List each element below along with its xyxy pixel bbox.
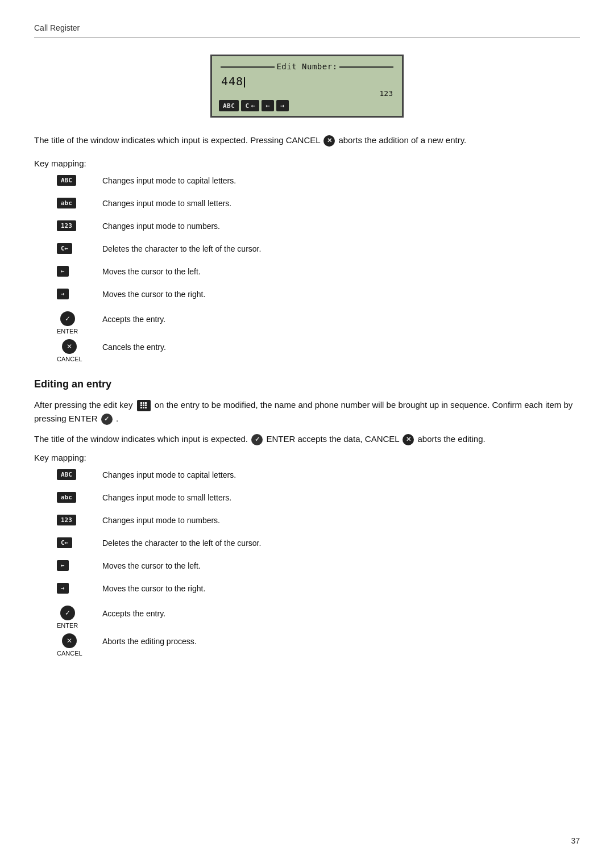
svg-rect-6 (140, 407, 142, 408)
key-desc-cancel-1: Cancels the entry. (102, 339, 580, 353)
key-cell-enter-1: ✓ ENTER (57, 311, 102, 335)
key-row-left-2: ← Moves the cursor to the left. (57, 560, 580, 578)
key-btn-abcl-2: abc (57, 492, 76, 503)
lcd-corner-number: 123 (219, 89, 395, 98)
cancel-key-group-1: ✕ CANCEL (57, 339, 82, 362)
cancel-btn-1: ✕ (62, 339, 77, 354)
key-cell-cancel-2: ✕ CANCEL (57, 633, 102, 657)
page-header: Call Register (34, 23, 580, 37)
key-row-enter-2: ✓ ENTER Accepts the entry. (57, 606, 580, 629)
cancel-label-2: CANCEL (57, 650, 82, 657)
key-cell-abcl-2: abc (57, 492, 102, 503)
key-btn-cback-2: C← (57, 537, 72, 548)
key-row-abcl-2: abc Changes input mode to small letters. (57, 492, 580, 510)
svg-rect-0 (140, 402, 142, 404)
key-desc-right-1: Moves the cursor to the right. (102, 289, 580, 301)
key-row-cancel-1: ✕ CANCEL Cancels the entry. (57, 339, 580, 362)
section2-heading: Editing an entry (34, 378, 580, 390)
key-row-123-1: 123 Changes input mode to numbers. (57, 220, 580, 239)
enter-key-group-2: ✓ ENTER (57, 606, 78, 629)
key-btn-abcl-1: abc (57, 198, 76, 208)
key-cell-left-2: ← (57, 560, 102, 571)
enter-btn-2: ✓ (60, 606, 75, 620)
key-desc-enter-2: Accepts the entry. (102, 606, 580, 620)
lcd-title: Edit Number: (219, 62, 395, 71)
lcd-container: Edit Number: 448 123 ABC C← ← → (34, 55, 580, 118)
key-row-cback-2: C← Deletes the character to the left of … (57, 537, 580, 556)
section2-para1: After pressing the edit key on the entry… (34, 398, 580, 425)
lcd-screen: Edit Number: 448 123 ABC C← ← → (210, 55, 404, 118)
svg-rect-1 (143, 402, 144, 404)
key-desc-right-2: Moves the cursor to the right. (102, 583, 580, 595)
key-btn-left-2: ← (57, 560, 69, 571)
svg-rect-2 (145, 402, 147, 404)
key-row-cback-1: C← Deletes the character to the left of … (57, 243, 580, 261)
key-desc-left-2: Moves the cursor to the left. (102, 560, 580, 572)
key-btn-123-2: 123 (57, 515, 76, 525)
key-row-123-2: 123 Changes input mode to numbers. (57, 515, 580, 533)
lcd-btn-cback[interactable]: C← (241, 100, 259, 111)
section2-para2: The title of the window indicates which … (34, 432, 580, 446)
svg-rect-3 (140, 404, 142, 406)
key-cell-abc-2: ABC (57, 469, 102, 480)
key-row-right-2: → Moves the cursor to the right. (57, 583, 580, 601)
cancel-key-group-2: ✕ CANCEL (57, 633, 82, 657)
key-btn-123-1: 123 (57, 220, 76, 231)
key-desc-abcl-1: Changes input mode to small letters. (102, 198, 580, 210)
enter-icon-inline-2: ✓ (251, 434, 263, 445)
lcd-btn-left[interactable]: ← (262, 100, 274, 111)
lcd-number: 448 (219, 73, 395, 89)
key-table-1: ABC Changes input mode to capital letter… (57, 175, 580, 362)
key-desc-cancel-2: Aborts the editing process. (102, 633, 580, 648)
key-cell-cback-1: C← (57, 243, 102, 254)
enter-label-1: ENTER (57, 328, 78, 335)
edit-grid-svg (140, 402, 148, 410)
key-desc-abc-2: Changes input mode to capital letters. (102, 469, 580, 481)
key-cell-123-1: 123 (57, 220, 102, 231)
lcd-btn-abc[interactable]: ABC (219, 100, 239, 111)
key-desc-123-1: Changes input mode to numbers. (102, 220, 580, 232)
key-cell-right-2: → (57, 583, 102, 594)
key-desc-cback-1: Deletes the character to the left of the… (102, 243, 580, 255)
key-desc-abcl-2: Changes input mode to small letters. (102, 492, 580, 504)
key-cell-enter-2: ✓ ENTER (57, 606, 102, 629)
edit-key-icon (137, 400, 151, 411)
enter-label-2: ENTER (57, 622, 78, 629)
key-cell-cancel-1: ✕ CANCEL (57, 339, 102, 362)
cancel-btn-2: ✕ (62, 633, 77, 648)
key-cell-right-1: → (57, 289, 102, 299)
key-row-right-1: → Moves the cursor to the right. (57, 289, 580, 307)
enter-btn-1: ✓ (60, 311, 75, 326)
key-btn-cback-1: C← (57, 243, 72, 254)
key-cell-abc-1: ABC (57, 175, 102, 186)
key-cell-cback-2: C← (57, 537, 102, 548)
key-row-left-1: ← Moves the cursor to the left. (57, 266, 580, 284)
cancel-icon-inline-2: ✕ (403, 434, 414, 445)
key-desc-cback-2: Deletes the character to the left of the… (102, 537, 580, 549)
svg-rect-7 (143, 407, 144, 408)
key-row-abc-1: ABC Changes input mode to capital letter… (57, 175, 580, 193)
cancel-icon-inline: ✕ (323, 135, 335, 147)
key-btn-right-1: → (57, 289, 69, 299)
key-row-abc-2: ABC Changes input mode to capital letter… (57, 469, 580, 487)
key-row-cancel-2: ✕ CANCEL Aborts the editing process. (57, 633, 580, 657)
key-mapping-label-1: Key mapping: (34, 158, 580, 168)
enter-icon-inline-1: ✓ (101, 414, 113, 425)
key-desc-123-2: Changes input mode to numbers. (102, 515, 580, 527)
svg-rect-5 (145, 404, 147, 406)
desc-text-1: The title of the window indicates which … (34, 133, 580, 147)
lcd-btn-right[interactable]: → (276, 100, 289, 111)
key-desc-left-1: Moves the cursor to the left. (102, 266, 580, 278)
enter-key-group-1: ✓ ENTER (57, 311, 78, 335)
key-btn-right-2: → (57, 583, 69, 594)
key-desc-abc-1: Changes input mode to capital letters. (102, 175, 580, 187)
key-row-enter-1: ✓ ENTER Accepts the entry. (57, 311, 580, 335)
key-row-abcl-1: abc Changes input mode to small letters. (57, 198, 580, 216)
svg-rect-4 (143, 404, 144, 406)
key-btn-left-1: ← (57, 266, 69, 277)
key-btn-abc-2: ABC (57, 469, 76, 480)
key-mapping-label-2: Key mapping: (34, 453, 580, 462)
svg-rect-8 (145, 407, 147, 408)
key-cell-left-1: ← (57, 266, 102, 277)
key-cell-123-2: 123 (57, 515, 102, 525)
